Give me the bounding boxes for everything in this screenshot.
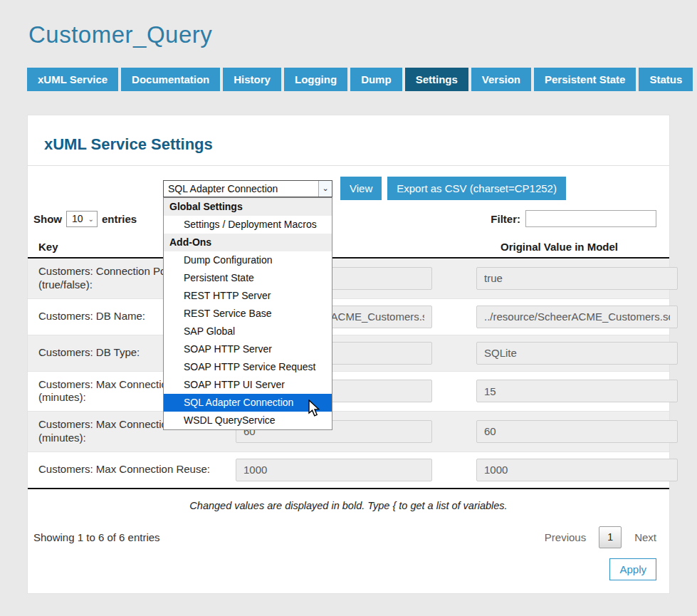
setting-type-select[interactable]: SQL Adapter Connection ⌄	[163, 180, 332, 197]
note-text: Changed values are displayed in bold. Ty…	[28, 500, 669, 511]
original-value-input	[476, 267, 678, 290]
settings-panel: xUML Service Settings SQL Adapter Connec…	[27, 115, 670, 594]
original-value-input	[476, 380, 678, 402]
tab-dump[interactable]: Dump	[350, 68, 402, 91]
dropdown-option-soap-http-server[interactable]: SOAP HTTP Server	[164, 340, 332, 358]
dropdown-option-soap-http-service-request[interactable]: SOAP HTTP Service Request	[164, 358, 332, 376]
tab-persistent-state[interactable]: Persistent State	[534, 68, 636, 91]
dropdown-option-wsdl-queryservice[interactable]: WSDL QueryService	[164, 412, 332, 429]
length-control: Show 10 ⌄ entries	[33, 211, 137, 227]
apply-row: Apply	[28, 558, 669, 580]
table-row: Customers: Connection Pooling (true/fals…	[28, 259, 669, 299]
dropdown-option-soap-http-ui-server[interactable]: SOAP HTTP UI Server	[164, 376, 332, 394]
table-row: Customers: DB Type:	[28, 335, 669, 372]
dropdown-option-settings-deployment-macros[interactable]: Settings / Deployment Macros	[164, 216, 332, 234]
apply-button[interactable]: Apply	[609, 558, 656, 580]
dropdown-option-rest-http-server[interactable]: REST HTTP Server	[164, 287, 332, 305]
show-label: Show	[33, 213, 62, 225]
table-controls: Show 10 ⌄ entries Filter:	[28, 210, 669, 227]
original-value-input	[476, 342, 678, 365]
pagination-page-1[interactable]: 1	[599, 526, 622, 548]
value-input[interactable]	[236, 459, 432, 481]
dropdown-option-dump-configuration[interactable]: Dump Configuration	[164, 251, 332, 269]
dropdown-option-sap-global[interactable]: SAP Global	[164, 323, 332, 340]
table-row: Customers: Max Connection Idle (minutes)…	[28, 412, 669, 452]
filter-label: Filter:	[491, 213, 520, 225]
tab-logging[interactable]: Logging	[284, 68, 347, 91]
panel-heading: xUML Service Settings	[44, 135, 669, 154]
table-header: Key Value Original Value in Model	[28, 236, 669, 259]
dropdown-option-persistent-state[interactable]: Persistent State	[164, 269, 332, 287]
tab-settings[interactable]: Settings	[405, 68, 468, 91]
original-value-input	[476, 420, 678, 443]
toolbar: SQL Adapter Connection ⌄ View Export as …	[28, 177, 669, 200]
dropdown-group-add-ons: Add-Ons	[164, 234, 332, 251]
table-row: Customers: Max Connection Reuse:	[28, 452, 669, 489]
setting-type-select-value: SQL Adapter Connection	[164, 183, 318, 194]
filter-control: Filter:	[491, 210, 656, 227]
view-button[interactable]: View	[340, 177, 382, 200]
key-cell: Customers: Max Connection Reuse:	[28, 463, 236, 476]
filter-input[interactable]	[525, 210, 656, 227]
dropdown-option-sql-adapter-connection[interactable]: SQL Adapter Connection	[164, 394, 332, 412]
show-entries-select[interactable]: 10 ⌄	[66, 211, 98, 227]
chevron-down-icon: ⌄	[318, 181, 332, 197]
pagination: Previous 1 Next	[545, 526, 656, 548]
tab-history[interactable]: History	[223, 68, 281, 91]
dropdown-group-global-settings: Global Settings	[164, 198, 332, 216]
settings-dropdown: Global Settings Settings / Deployment Ma…	[163, 197, 332, 430]
table-row: Customers: DB Name:	[28, 299, 669, 335]
tab-bar: xUML Service Documentation History Loggi…	[27, 68, 670, 91]
show-entries-value: 10	[72, 213, 83, 224]
settings-table: Key Value Original Value in Model Custom…	[28, 236, 669, 489]
table-footer: Showing 1 to 6 of 6 entries Previous 1 N…	[28, 526, 669, 548]
pagination-previous[interactable]: Previous	[545, 531, 586, 543]
original-value-input	[476, 306, 678, 328]
tab-version[interactable]: Version	[471, 68, 531, 91]
divider	[28, 165, 669, 166]
column-header-original: Original Value in Model	[449, 241, 669, 253]
tab-status[interactable]: Status	[639, 68, 693, 91]
original-value-input	[476, 459, 678, 481]
chevron-down-icon: ⌄	[88, 215, 94, 223]
page-title: Customer_Query	[28, 21, 697, 48]
entries-label: entries	[102, 213, 137, 225]
tab-xuml-service[interactable]: xUML Service	[27, 68, 118, 91]
table-row: Customers: Max Connection Age (minutes):	[28, 372, 669, 412]
pagination-next[interactable]: Next	[634, 531, 656, 543]
showing-entries: Showing 1 to 6 of 6 entries	[33, 531, 160, 543]
tab-documentation[interactable]: Documentation	[121, 68, 220, 91]
export-csv-button[interactable]: Export as CSV (charset=CP1252)	[387, 177, 566, 200]
dropdown-option-rest-service-base[interactable]: REST Service Base	[164, 305, 332, 323]
